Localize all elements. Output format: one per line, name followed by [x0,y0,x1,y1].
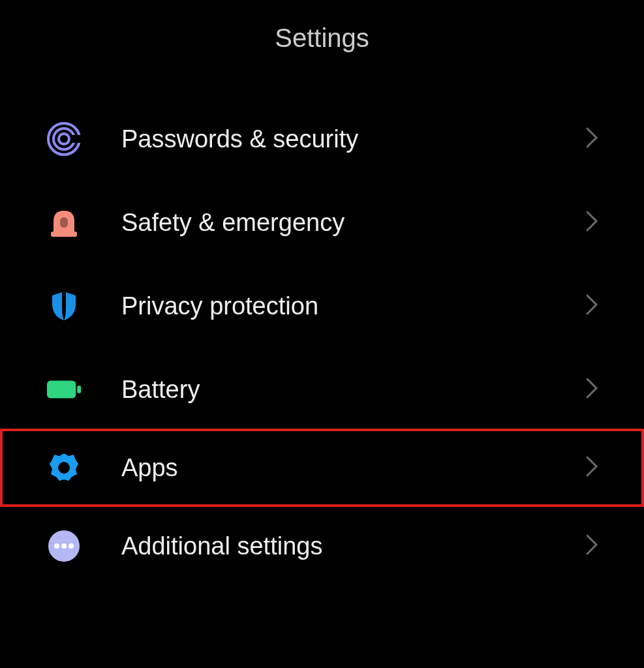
settings-item-battery[interactable]: Battery [0,350,644,429]
settings-item-label: Privacy protection [121,292,585,320]
settings-item-safety-emergency[interactable]: Safety & emergency [0,183,644,262]
settings-item-label: Safety & emergency [121,209,585,237]
chevron-right-icon [585,294,598,318]
settings-item-apps[interactable]: Apps [0,429,644,507]
chevron-right-icon [585,377,598,402]
svg-rect-4 [51,232,77,237]
svg-rect-3 [70,135,81,143]
svg-rect-6 [47,380,76,398]
chevron-right-icon [585,127,598,151]
svg-point-8 [58,462,70,474]
settings-item-privacy-protection[interactable]: Privacy protection [0,267,644,345]
chevron-right-icon [585,210,598,235]
dots-icon [46,528,82,564]
chevron-right-icon [585,455,598,480]
settings-list: Passwords & security Safety & emergency … [0,100,644,585]
svg-point-2 [59,134,69,144]
svg-point-10 [54,543,59,549]
settings-item-label: Passwords & security [121,125,585,153]
page-title: Settings [0,0,644,100]
svg-point-11 [61,543,67,549]
svg-point-12 [69,543,74,549]
chevron-right-icon [585,534,598,558]
battery-icon [46,371,82,408]
siren-icon [46,204,82,241]
shield-icon [46,288,82,324]
settings-item-label: Additional settings [121,532,585,560]
settings-item-passwords-security[interactable]: Passwords & security [0,100,644,178]
svg-rect-5 [60,217,68,228]
settings-item-additional-settings[interactable]: Additional settings [0,507,644,585]
fingerprint-icon [46,121,82,157]
gear-icon [46,449,82,486]
settings-item-label: Battery [121,376,585,404]
svg-rect-7 [77,386,81,393]
settings-item-label: Apps [121,454,585,482]
